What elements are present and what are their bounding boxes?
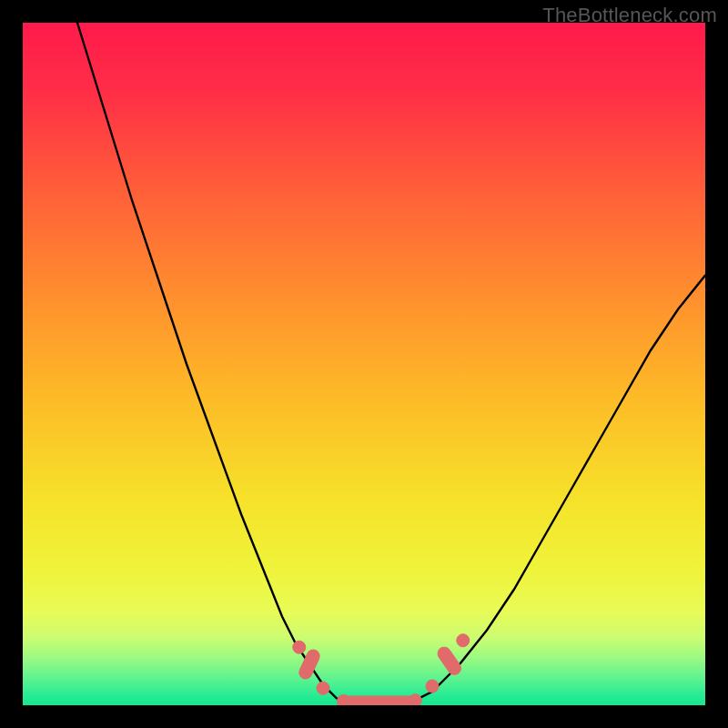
watermark-text: TheBottleneck.com xyxy=(542,4,717,27)
valley-pill xyxy=(340,696,416,705)
gradient-background xyxy=(23,23,705,705)
right-lower-dot xyxy=(426,680,439,693)
left-upper-dot xyxy=(293,641,306,653)
valley-right-dot xyxy=(409,694,421,705)
right-upper-dot xyxy=(457,634,470,647)
bottleneck-chart xyxy=(23,23,705,705)
left-lower-dot xyxy=(317,682,329,694)
chart-frame: TheBottleneck.com xyxy=(0,0,728,728)
